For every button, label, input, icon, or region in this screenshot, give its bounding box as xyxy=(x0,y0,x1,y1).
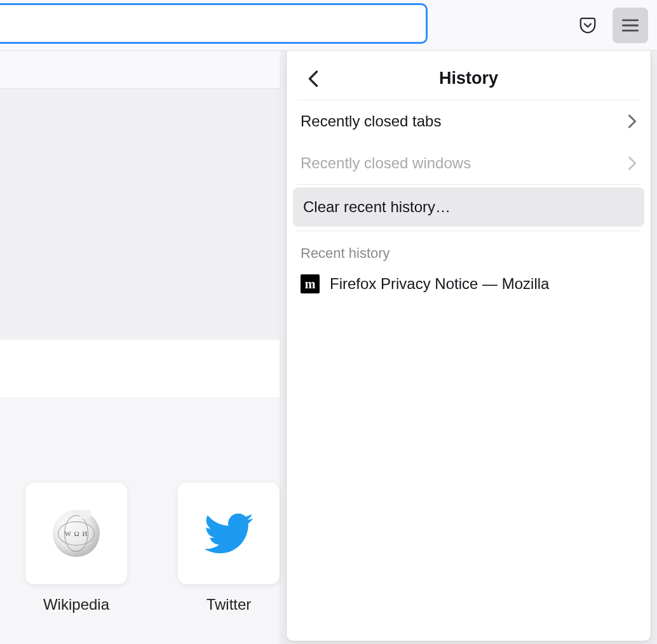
content-strip xyxy=(0,51,280,89)
site-card: W Ω И xyxy=(25,483,127,584)
browser-toolbar xyxy=(0,0,657,51)
menu-label: Recently closed windows xyxy=(301,154,471,172)
history-item[interactable]: m Firefox Privacy Notice — Mozilla xyxy=(287,268,651,300)
content-strip-white xyxy=(0,340,280,397)
divider xyxy=(297,184,640,185)
top-site-wikipedia[interactable]: W Ω И Wikipedia xyxy=(25,483,127,614)
wikipedia-icon: W Ω И xyxy=(53,510,100,557)
recently-closed-tabs[interactable]: Recently closed tabs xyxy=(287,100,651,142)
pocket-icon xyxy=(578,16,597,35)
top-sites: W Ω И Wikipedia Twitter xyxy=(25,483,280,614)
history-item-title: Firefox Privacy Notice — Mozilla xyxy=(330,275,549,293)
mozilla-icon: m xyxy=(301,274,320,293)
recently-closed-windows: Recently closed windows xyxy=(287,142,651,184)
history-panel: History Recently closed tabs Recently cl… xyxy=(286,51,651,641)
address-bar[interactable] xyxy=(0,3,428,44)
site-card xyxy=(178,483,280,584)
panel-title: History xyxy=(297,69,640,88)
menu-label: Recently closed tabs xyxy=(301,112,441,130)
hamburger-icon xyxy=(621,18,639,33)
menu-label: Clear recent history… xyxy=(303,198,450,216)
panel-header: History xyxy=(297,57,640,100)
clear-recent-history[interactable]: Clear recent history… xyxy=(293,187,644,227)
site-label: Wikipedia xyxy=(43,596,109,614)
top-site-twitter[interactable]: Twitter xyxy=(178,483,280,614)
chevron-left-icon xyxy=(307,70,320,88)
app-menu-button[interactable] xyxy=(613,8,648,43)
pocket-button[interactable] xyxy=(572,10,604,41)
chevron-right-icon xyxy=(628,114,637,129)
recent-history-label: Recent history xyxy=(287,231,651,268)
site-label: Twitter xyxy=(207,596,252,614)
panel-back-button[interactable] xyxy=(301,66,326,91)
chevron-right-icon xyxy=(628,156,637,171)
twitter-icon xyxy=(204,513,254,554)
